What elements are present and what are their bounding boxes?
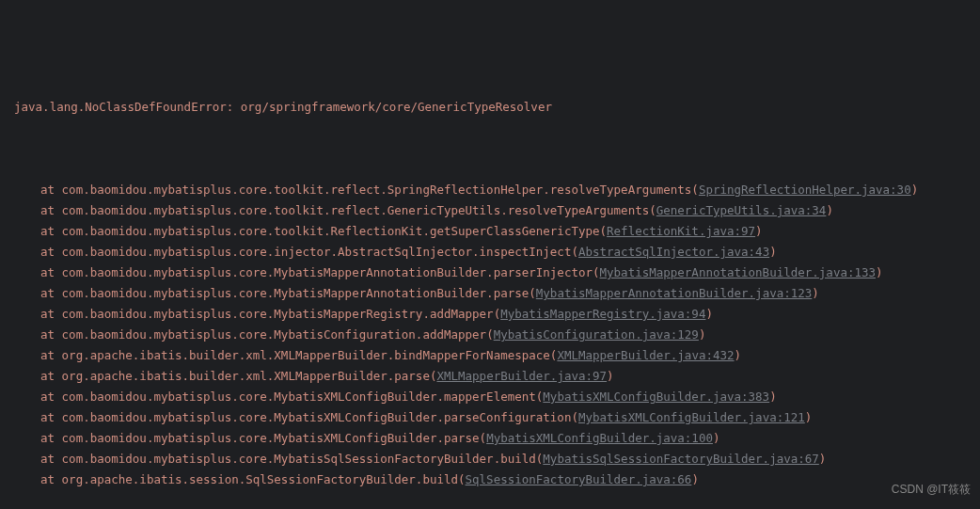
stack-frame: at com.baomidou.mybatisplus.core.toolkit… — [0, 221, 980, 242]
source-link[interactable]: MybatisXMLConfigBuilder.java:383 — [543, 390, 769, 404]
stack-text: at com.baomidou.mybatisplus.core.toolkit… — [14, 224, 763, 238]
source-link[interactable]: SpringReflectionHelper.java:30 — [699, 183, 911, 197]
stack-frame: at com.baomidou.mybatisplus.core.Mybatis… — [0, 262, 980, 283]
source-link[interactable]: MybatisConfiguration.java:129 — [494, 327, 699, 342]
stack-text: at com.baomidou.mybatisplus.core.Mybatis… — [14, 410, 812, 424]
source-link[interactable]: MybatisXMLConfigBuilder.java:100 — [486, 431, 713, 445]
error-line: java.lang.NoClassDefFoundError: org/spri… — [0, 97, 980, 118]
source-link[interactable]: AbstractSqlInjector.java:43 — [578, 245, 769, 259]
source-link[interactable]: MybatisSqlSessionFactoryBuilder.java:67 — [543, 452, 819, 466]
stack-text: at com.baomidou.mybatisplus.core.toolkit… — [14, 183, 918, 197]
stack-frame: at com.baomidou.mybatisplus.core.toolkit… — [0, 180, 980, 200]
source-link[interactable]: XMLMapperBuilder.java:432 — [557, 348, 734, 362]
stack-text: at com.baomidou.mybatisplus.core.Mybatis… — [14, 286, 819, 300]
stack-frame: at com.baomidou.mybatisplus.core.Mybatis… — [0, 387, 980, 407]
source-link[interactable]: ReflectionKit.java:97 — [607, 224, 755, 238]
stack-frame: at org.apache.ibatis.builder.xml.XMLMapp… — [0, 366, 980, 387]
stack-text: at com.baomidou.mybatisplus.core.Mybatis… — [14, 307, 713, 321]
stack-frame: at com.baomidou.mybatisplus.core.toolkit… — [0, 200, 980, 221]
blank-line — [0, 138, 980, 159]
stack-frame: at com.baomidou.mybatisplus.core.Mybatis… — [0, 449, 980, 469]
stack-text: at com.baomidou.mybatisplus.core.Mybatis… — [14, 431, 719, 445]
stack-text: at com.baomidou.mybatisplus.core.injecto… — [14, 245, 777, 259]
stack-text: at org.apache.ibatis.builder.xml.XMLMapp… — [14, 348, 741, 362]
stack-frame: at com.baomidou.mybatisplus.core.Mybatis… — [0, 407, 980, 428]
source-link[interactable]: MybatisMapperAnnotationBuilder.java:123 — [536, 286, 813, 300]
stack-frame: at com.baomidou.mybatisplus.core.Mybatis… — [0, 325, 980, 345]
stack-frame: at org.apache.ibatis.builder.xml.XMLMapp… — [0, 345, 980, 366]
stack-frame: at com.baomidou.mybatisplus.core.Mybatis… — [0, 304, 980, 325]
stack-frame: at com.baomidou.mybatisplus.core.injecto… — [0, 242, 980, 262]
stack-frame: at org.apache.ibatis.session.SqlSessionF… — [0, 469, 980, 490]
stack-text: at org.apache.ibatis.session.SqlSessionF… — [14, 472, 699, 486]
source-link[interactable]: MybatisMapperRegistry.java:94 — [500, 307, 705, 321]
source-link[interactable]: MybatisXMLConfigBuilder.java:121 — [578, 410, 805, 424]
stack-text: at com.baomidou.mybatisplus.core.Mybatis… — [14, 327, 705, 342]
source-link[interactable]: MybatisMapperAnnotationBuilder.java:133 — [600, 265, 877, 279]
stack-frame: at com.baomidou.mybatisplus.core.Mybatis… — [0, 428, 980, 449]
source-link[interactable]: GenericTypeUtils.java:34 — [656, 203, 827, 217]
stack-text: at org.apache.ibatis.builder.xml.XMLMapp… — [14, 369, 614, 383]
stack-frame: at com.baomidou.mybatisplus.core.Mybatis… — [0, 283, 980, 304]
watermark: CSDN @IT筱筱 — [892, 479, 971, 500]
stack-text: at com.baomidou.mybatisplus.core.toolkit… — [14, 203, 833, 217]
source-link[interactable]: SqlSessionFactoryBuilder.java:66 — [466, 472, 692, 486]
source-link[interactable]: XMLMapperBuilder.java:97 — [436, 369, 607, 383]
stack-text: at com.baomidou.mybatisplus.core.Mybatis… — [14, 452, 826, 466]
stack-text: at com.baomidou.mybatisplus.core.Mybatis… — [14, 390, 777, 404]
stack-text: at com.baomidou.mybatisplus.core.Mybatis… — [14, 265, 883, 279]
